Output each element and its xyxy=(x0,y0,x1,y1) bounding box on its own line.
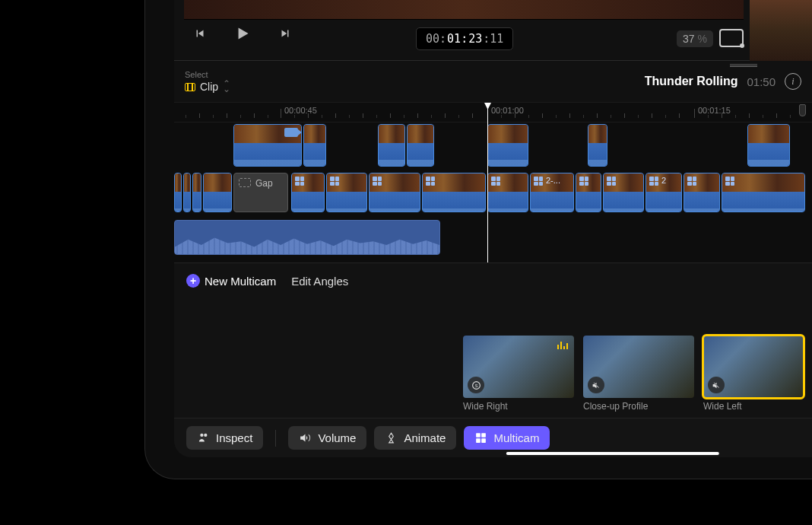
animate-icon xyxy=(385,431,398,444)
gap-icon xyxy=(239,178,251,187)
muted-icon xyxy=(708,377,725,393)
connected-clip[interactable] xyxy=(487,124,528,167)
volume-label: Volume xyxy=(318,431,356,444)
clip-label: 2-... xyxy=(546,176,560,185)
svg-rect-5 xyxy=(482,433,487,438)
multicam-icon xyxy=(649,177,658,186)
timeline-clip[interactable] xyxy=(203,173,232,212)
volume-button[interactable]: Volume xyxy=(288,426,366,450)
edit-angles-button[interactable]: Edit Angles xyxy=(291,275,348,288)
angle-closeup-profile[interactable]: Close-up Profile xyxy=(583,336,694,412)
timecode-display[interactable]: 00: 01: 23 :11 xyxy=(416,27,513,50)
svg-rect-4 xyxy=(477,433,481,438)
angle-row: S Wide Right Close-up Profile xyxy=(463,336,812,412)
multicam-clip[interactable]: 2 xyxy=(645,173,682,212)
inspect-icon xyxy=(197,431,210,444)
multicam-clip[interactable] xyxy=(422,173,486,212)
multicam-icon xyxy=(579,177,588,186)
multicam-clip[interactable] xyxy=(369,173,420,212)
connected-clip[interactable] xyxy=(303,124,326,167)
multicam-clip[interactable] xyxy=(326,173,367,212)
connected-clip[interactable] xyxy=(588,124,607,167)
multicam-icon xyxy=(534,177,543,186)
select-bar: Select Clip ⌃⌄ Thunder Rolling 01:50 i xyxy=(174,61,812,103)
multicam-icon xyxy=(373,177,382,186)
clip-label-2: 2 xyxy=(661,176,666,185)
primary-storyline: Gap xyxy=(174,173,812,215)
app-surface: 00: 01: 23 :11 37 % Select Clip ⌃⌄ xyxy=(174,0,812,457)
project-duration: 01:50 xyxy=(747,75,776,88)
edit-angles-label: Edit Angles xyxy=(291,275,348,288)
angle-wide-left[interactable]: Wide Left xyxy=(703,336,804,412)
angle-label: Wide Left xyxy=(703,401,804,412)
inspect-button[interactable]: Inspect xyxy=(186,426,263,450)
multicam-clip[interactable] xyxy=(722,173,805,212)
project-name: Thunder Rolling xyxy=(645,75,738,88)
viewer-row: 00: 01: 23 :11 37 % xyxy=(174,0,812,61)
connected-clip[interactable] xyxy=(378,124,405,167)
multicam-icon xyxy=(474,431,487,444)
angle-wide-right[interactable]: S Wide Right xyxy=(463,336,574,412)
connected-clip[interactable] xyxy=(747,124,790,167)
zoom-control[interactable]: 37 % xyxy=(677,30,713,47)
timecode-ff: :11 xyxy=(483,32,503,46)
multicam-button[interactable]: Multicam xyxy=(464,426,550,450)
inspect-label: Inspect xyxy=(216,431,252,444)
info-button[interactable]: i xyxy=(785,73,801,90)
new-multicam-button[interactable]: + New Multicam xyxy=(186,274,276,288)
resize-handle[interactable] xyxy=(730,64,757,67)
new-multicam-label: New Multicam xyxy=(205,275,276,288)
multicam-icon xyxy=(607,177,616,186)
muted-icon xyxy=(588,377,604,393)
multicam-clip[interactable]: 2-... xyxy=(530,173,574,212)
timecode-hh: 00: xyxy=(426,32,446,46)
audio-row xyxy=(174,220,812,259)
home-indicator[interactable] xyxy=(506,452,718,455)
play-button[interactable] xyxy=(232,23,253,44)
timeline[interactable]: 00:00:45 xyxy=(174,103,812,262)
device-frame: 00: 01: 23 :11 37 % Select Clip ⌃⌄ xyxy=(144,0,812,479)
viewer-filmstrip xyxy=(184,0,744,20)
multicam-clip[interactable] xyxy=(603,173,644,212)
prev-edit-button[interactable] xyxy=(189,23,211,44)
gap-label: Gap xyxy=(255,178,273,189)
transport-controls xyxy=(189,23,296,44)
audio-meter-icon xyxy=(557,340,568,349)
svg-rect-7 xyxy=(482,438,487,443)
viewer-secondary-thumb[interactable] xyxy=(750,0,812,61)
multicam-icon xyxy=(491,177,500,186)
source-badge-icon: S xyxy=(468,377,484,393)
display-options-button[interactable] xyxy=(719,29,744,47)
timeline-clip[interactable] xyxy=(174,173,182,212)
multicam-icon xyxy=(687,177,696,186)
timecode-mm: 01: xyxy=(447,32,468,46)
gap-clip[interactable]: Gap xyxy=(233,173,288,212)
svg-rect-6 xyxy=(477,438,481,443)
playhead[interactable] xyxy=(487,103,488,262)
clip-selector[interactable]: Clip ⌃⌄ xyxy=(185,81,230,93)
clip-icon xyxy=(185,83,195,91)
timeline-clip[interactable] xyxy=(192,173,201,212)
timeline-clip[interactable] xyxy=(183,173,191,212)
multicam-icon xyxy=(330,177,339,186)
multicam-icon xyxy=(725,177,734,186)
connected-clip[interactable] xyxy=(233,124,302,167)
multicam-panel: + New Multicam Edit Angles S xyxy=(174,262,812,418)
angle-label: Wide Right xyxy=(463,401,574,412)
multicam-icon xyxy=(295,177,304,186)
chevron-updown-icon: ⌃⌄ xyxy=(223,81,230,92)
animate-label: Animate xyxy=(404,431,446,444)
zoom-pct: % xyxy=(698,33,707,45)
plus-icon: + xyxy=(186,274,200,288)
animate-button[interactable]: Animate xyxy=(374,426,456,450)
timeline-marker[interactable] xyxy=(799,104,806,116)
multicam-clip[interactable] xyxy=(487,173,528,212)
multicam-clip[interactable] xyxy=(684,173,720,212)
multicam-clip[interactable] xyxy=(291,173,325,212)
audio-clip[interactable] xyxy=(174,220,440,255)
ruler-label: 00:00:45 xyxy=(284,106,317,115)
multicam-clip[interactable] xyxy=(576,173,601,212)
connected-clip[interactable] xyxy=(407,124,434,167)
next-edit-button[interactable] xyxy=(274,23,296,44)
timeline-ruler[interactable]: 00:00:45 xyxy=(174,103,812,123)
